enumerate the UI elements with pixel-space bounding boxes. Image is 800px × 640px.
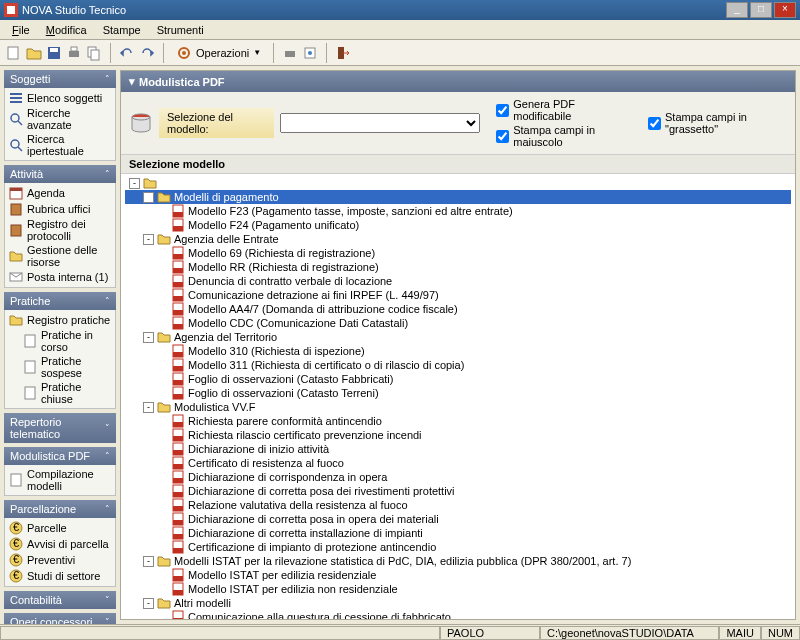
tree-node[interactable]: Richiesta parere conformità antincendio <box>125 414 791 428</box>
sidebar-item[interactable]: Registro pratiche <box>5 312 115 328</box>
sidebar-item[interactable]: Pratiche chiuse <box>5 380 115 406</box>
tree-node[interactable]: -Agenzia delle Entrate <box>125 232 791 246</box>
tree-node[interactable]: Richiesta rilascio certificato prevenzio… <box>125 428 791 442</box>
tree-node[interactable]: Dichiarazione di corretta posa dei rives… <box>125 484 791 498</box>
expand-toggle[interactable]: - <box>143 402 154 413</box>
sidebar-item[interactable]: Agenda <box>5 185 115 201</box>
expand-toggle[interactable]: - <box>143 332 154 343</box>
tree-node[interactable]: Modello ISTAT per edilizia residenziale <box>125 568 791 582</box>
operazioni-dropdown[interactable]: Operazioni ▼ <box>172 43 265 63</box>
maximize-button[interactable]: □ <box>750 2 772 18</box>
chk-maiuscolo-row[interactable]: Stampa campi in maiuscolo <box>496 124 632 148</box>
toolbar-separator <box>110 43 111 63</box>
tree-node[interactable]: Comunicazione detrazione ai fini IRPEF (… <box>125 288 791 302</box>
chk-grassetto-row[interactable]: Stampa campi in "grassetto" <box>648 111 787 135</box>
sidebar-item[interactable]: Registro dei protocolli <box>5 217 115 243</box>
tree-node[interactable]: Modello RR (Richiesta di registrazione) <box>125 260 791 274</box>
tree-node[interactable]: Modello CDC (Comunicazione Dati Catastal… <box>125 316 791 330</box>
chk-stampa-maiuscolo[interactable] <box>496 130 509 143</box>
tree-node[interactable]: Dichiarazione di inizio attività <box>125 442 791 456</box>
tb-redo-icon[interactable] <box>139 45 155 61</box>
panel-header[interactable]: Parcellazione˄ <box>4 500 116 518</box>
close-button[interactable]: × <box>774 2 796 18</box>
sidebar-item[interactable]: Posta interna (1) <box>5 269 115 285</box>
tree-node[interactable]: Comunicazione alla questura di cessione … <box>125 610 791 619</box>
tree-node[interactable]: Modello ISTAT per edilizia non residenzi… <box>125 582 791 596</box>
menu-modifica[interactable]: Modifica <box>38 22 95 38</box>
sidebar-item[interactable]: Elenco soggetti <box>5 90 115 106</box>
expand-toggle[interactable]: - <box>143 556 154 567</box>
tree-node[interactable]: Modello 69 (Richiesta di registrazione) <box>125 246 791 260</box>
content-area: ▾ Modulistica PDF Selezione del modello:… <box>120 70 796 620</box>
tree-node[interactable]: Foglio di osservazioni (Catasto Fabbrica… <box>125 372 791 386</box>
sidebar-item[interactable]: €Studi di settore <box>5 568 115 584</box>
expand-toggle[interactable]: - <box>129 178 140 189</box>
svg-rect-54 <box>173 310 183 315</box>
tb-new-icon[interactable] <box>6 45 22 61</box>
menu-stampe[interactable]: Stampe <box>95 22 149 38</box>
sidebar-item[interactable]: Pratiche in corso <box>5 328 115 354</box>
sidebar-item[interactable]: €Avvisi di parcella <box>5 536 115 552</box>
tree-node[interactable]: Denuncia di contratto verbale di locazio… <box>125 274 791 288</box>
tree-node[interactable]: Dichiarazione di corretta posa in opera … <box>125 512 791 526</box>
tree-node[interactable]: Foglio di osservazioni (Catasto Terreni) <box>125 386 791 400</box>
menu-strumenti[interactable]: Strumenti <box>149 22 212 38</box>
tree-node[interactable]: -Modelli di pagamento <box>125 190 791 204</box>
sidebar-item[interactable]: Ricerca ipertestuale <box>5 132 115 158</box>
tree-node[interactable]: Certificazione di impianto di protezione… <box>125 540 791 554</box>
tb-save-icon[interactable] <box>46 45 62 61</box>
expand-toggle[interactable]: - <box>143 598 154 609</box>
panel-header[interactable]: Attività˄ <box>4 165 116 183</box>
sidebar-item[interactable]: Pratiche sospese <box>5 354 115 380</box>
tb-copy-icon[interactable] <box>86 45 102 61</box>
tree-node[interactable]: Modello AA4/7 (Domanda di attribuzione c… <box>125 302 791 316</box>
expand-toggle[interactable]: - <box>143 192 154 203</box>
chk-pdf-modificabile[interactable] <box>496 104 509 117</box>
model-select[interactable] <box>280 113 480 133</box>
sidebar-item[interactable]: Ricerche avanzate <box>5 106 115 132</box>
tree-node[interactable]: - <box>125 176 791 190</box>
tree-node[interactable]: Relazione valutativa della resistenza al… <box>125 498 791 512</box>
model-tree[interactable]: --Modelli di pagamentoModello F23 (Pagam… <box>121 174 795 619</box>
tree-node[interactable]: Modello 311 (Richiesta di certificato o … <box>125 358 791 372</box>
tb-preview-icon[interactable] <box>302 45 318 61</box>
panel-header[interactable]: Soggetti˄ <box>4 70 116 88</box>
tree-node[interactable]: Modello F24 (Pagamento unificato) <box>125 218 791 232</box>
tree-node[interactable]: Certificato di resistenza al fuoco <box>125 456 791 470</box>
panel-header[interactable]: Oneri concessori˅ <box>4 613 116 624</box>
sidebar-item[interactable]: €Preventivi <box>5 552 115 568</box>
tb-open-icon[interactable] <box>26 45 42 61</box>
expand-toggle[interactable]: - <box>143 234 154 245</box>
svg-point-18 <box>11 114 19 122</box>
sidebar-item[interactable]: Rubrica uffici <box>5 201 115 217</box>
tree-node[interactable]: Dichiarazione di corretta installazione … <box>125 526 791 540</box>
tree-node[interactable]: -Modelli ISTAT per la rilevazione statis… <box>125 554 791 568</box>
tree-node[interactable]: Modello 310 (Richiesta di ispezione) <box>125 344 791 358</box>
panel-header[interactable]: Modulistica PDF˄ <box>4 447 116 465</box>
tree-node[interactable]: -Modulistica VV.F <box>125 400 791 414</box>
db-icon <box>129 111 153 135</box>
operazioni-label: Operazioni <box>196 47 249 59</box>
tb-print-icon[interactable] <box>66 45 82 61</box>
panel-header[interactable]: Pratiche˄ <box>4 292 116 310</box>
pdf-icon <box>171 246 185 260</box>
chk-pdf-row[interactable]: Genera PDF modificabile <box>496 98 632 122</box>
panel-header[interactable]: Repertorio telematico˅ <box>4 413 116 443</box>
tb-undo-icon[interactable] <box>119 45 135 61</box>
tree-node[interactable]: Dichiarazione di corrispondenza in opera <box>125 470 791 484</box>
sidebar-item[interactable]: Gestione delle risorse <box>5 243 115 269</box>
tree-node[interactable]: -Agenzia del Territorio <box>125 330 791 344</box>
chk-stampa-grassetto[interactable] <box>648 117 661 130</box>
sidebar-item[interactable]: €Parcelle <box>5 520 115 536</box>
tb-exit-icon[interactable] <box>335 45 351 61</box>
sidebar-item[interactable]: Compilazione modelli <box>5 467 115 493</box>
folder-icon <box>157 596 171 610</box>
menu-file[interactable]: File <box>4 22 38 38</box>
minimize-button[interactable]: _ <box>726 2 748 18</box>
tree-node[interactable]: -Altri modelli <box>125 596 791 610</box>
tb-print2-icon[interactable] <box>282 45 298 61</box>
tree-label: Modello 310 (Richiesta di ispezione) <box>188 344 365 358</box>
svg-text:€: € <box>13 553 19 565</box>
tree-node[interactable]: Modello F23 (Pagamento tasse, imposte, s… <box>125 204 791 218</box>
panel-header[interactable]: Contabilità˅ <box>4 591 116 609</box>
